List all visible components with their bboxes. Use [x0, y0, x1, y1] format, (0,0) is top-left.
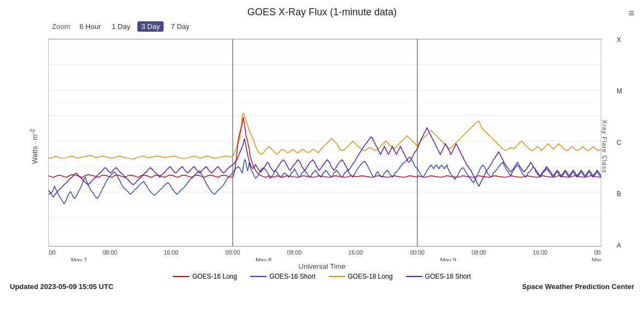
- legend-goes18-long: GOES-18 Long: [329, 273, 393, 280]
- flare-b: B: [617, 190, 622, 198]
- flare-m: M: [617, 87, 622, 95]
- svg-text:May 10: May 10: [591, 257, 601, 261]
- page-container: GOES X-Ray Flux (1-minute data) ≡ Zoom 6…: [0, 0, 644, 324]
- zoom-label: Zoom: [52, 22, 70, 31]
- svg-text:May 8: May 8: [256, 257, 271, 261]
- zoom-1day[interactable]: 1 Day: [108, 21, 134, 32]
- legend-goes16-short: GOES-16 Short: [250, 273, 315, 280]
- legend-goes16-long-line: [173, 276, 189, 277]
- svg-text:00:00: 00:00: [225, 249, 240, 256]
- chart-svg: 10⁻² 10⁻³ 10⁻⁴ 10⁻⁵ 10⁻⁶ 10⁻⁷ 10⁻⁸ 10⁻⁹ …: [48, 32, 601, 261]
- zoom-7day[interactable]: 7 Day: [167, 21, 193, 32]
- y-axis-label: Watts · m-2: [29, 129, 39, 164]
- legend-goes18-short: GOES-18 Short: [406, 273, 471, 280]
- svg-text:May 7: May 7: [71, 257, 87, 261]
- legend: GOES-16 Long GOES-16 Short GOES-18 Long …: [0, 273, 644, 280]
- svg-text:08:00: 08:00: [472, 249, 486, 256]
- svg-text:00:00: 00:00: [410, 249, 425, 256]
- legend-goes18-long-label: GOES-18 Long: [348, 273, 393, 280]
- flare-x: X: [617, 36, 622, 44]
- y-axis-right-label: Xray Flare Class: [601, 120, 607, 173]
- zoom-bar: Zoom 6 Hour 1 Day 3 Day 7 Day: [0, 21, 644, 32]
- svg-rect-0: [48, 39, 601, 246]
- legend-goes16-long: GOES-16 Long: [173, 273, 237, 280]
- page-title: GOES X-Ray Flux (1-minute data): [0, 0, 644, 18]
- legend-goes18-short-line: [406, 276, 422, 277]
- flare-class-labels: X M C B A: [617, 36, 622, 249]
- menu-icon[interactable]: ≡: [628, 8, 634, 19]
- legend-goes16-long-label: GOES-16 Long: [192, 273, 237, 280]
- legend-goes18-short-label: GOES-18 Short: [425, 273, 471, 280]
- zoom-6hour[interactable]: 6 Hour: [76, 21, 105, 32]
- x-axis-label: Universal Time: [0, 262, 644, 270]
- zoom-3day[interactable]: 3 Day: [137, 21, 164, 32]
- svg-text:00:00: 00:00: [594, 249, 601, 256]
- svg-text:00:00: 00:00: [48, 249, 55, 256]
- updated-text: Updated 2023-05-09 15:05 UTC: [10, 282, 113, 291]
- legend-goes18-long-line: [329, 276, 345, 277]
- svg-text:08:00: 08:00: [102, 249, 117, 256]
- flare-a: A: [617, 241, 622, 249]
- source-text: Space Weather Prediction Center: [522, 282, 634, 291]
- svg-text:May 9: May 9: [440, 257, 456, 261]
- footer: Updated 2023-05-09 15:05 UTC Space Weath…: [0, 282, 644, 291]
- svg-text:08:00: 08:00: [287, 249, 302, 256]
- svg-text:16:00: 16:00: [533, 249, 548, 256]
- svg-text:16:00: 16:00: [349, 249, 363, 256]
- legend-goes16-short-label: GOES-16 Short: [269, 273, 315, 280]
- legend-goes16-short-line: [250, 276, 266, 277]
- flare-c: C: [617, 139, 622, 146]
- svg-text:16:00: 16:00: [164, 249, 178, 256]
